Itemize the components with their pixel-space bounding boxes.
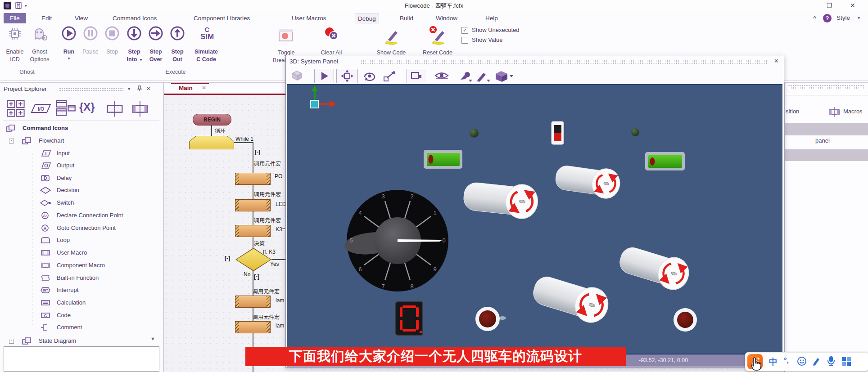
flow-collapse-3[interactable]: [-] bbox=[254, 273, 259, 280]
step-out-label2[interactable]: Out bbox=[166, 56, 189, 63]
macros-label[interactable]: Macros bbox=[843, 108, 863, 115]
ime-handwriting-icon[interactable] bbox=[811, 356, 822, 367]
flow-component-macro-node[interactable] bbox=[235, 225, 271, 237]
rocker-switch[interactable] bbox=[552, 121, 564, 144]
motor[interactable] bbox=[554, 162, 622, 200]
3d-panel-drag-dots[interactable] bbox=[361, 60, 768, 64]
pause-label[interactable]: Pause bbox=[79, 49, 102, 55]
3d-panel-close-icon[interactable]: ✕ bbox=[774, 58, 779, 64]
menu-debug[interactable]: Debug bbox=[355, 13, 379, 24]
ime-emoji-icon[interactable] bbox=[796, 356, 807, 367]
ghost-options-label2[interactable]: Options bbox=[25, 56, 54, 63]
explorer-grid-icon[interactable] bbox=[6, 99, 26, 117]
led-sphere[interactable] bbox=[470, 129, 479, 138]
list-row-selected[interactable] bbox=[785, 149, 868, 161]
enable-icd-icon[interactable] bbox=[7, 26, 23, 43]
restore-button[interactable]: ❐ bbox=[827, 2, 832, 9]
flow-component-macro-node[interactable] bbox=[235, 199, 271, 211]
ime-punctuation-toggle[interactable]: °, bbox=[784, 357, 789, 365]
list-row-selected[interactable] bbox=[785, 123, 868, 135]
stop-icon[interactable] bbox=[104, 25, 121, 42]
wheel[interactable] bbox=[475, 307, 506, 331]
menu-help[interactable]: Help bbox=[483, 13, 501, 23]
motor[interactable] bbox=[462, 179, 540, 220]
flow-collapse-2[interactable]: [-] bbox=[225, 255, 230, 261]
step-into-icon[interactable] bbox=[126, 25, 143, 42]
ribbon-collapse-icon[interactable]: ^ bbox=[813, 15, 816, 21]
reset-code-icon[interactable] bbox=[428, 25, 448, 45]
step-over-label1[interactable]: Step bbox=[145, 49, 167, 55]
explorer-macro-icon[interactable] bbox=[104, 100, 126, 118]
menu-command-icons[interactable]: Command Icons bbox=[110, 13, 159, 23]
explorer-variables-icon[interactable]: {X} bbox=[79, 101, 95, 113]
run-icon[interactable] bbox=[60, 25, 77, 42]
step-into-label1[interactable]: Step bbox=[123, 49, 145, 55]
led-sphere[interactable] bbox=[631, 128, 639, 136]
menu-edit[interactable]: Edit bbox=[39, 13, 54, 23]
3d-viewport[interactable]: 0 1 2 3 4 5 6 7 8 9 bbox=[287, 84, 782, 354]
flow-begin-node[interactable]: BEGIN bbox=[193, 114, 231, 125]
ime-lang-toggle[interactable]: 中 bbox=[769, 356, 778, 368]
enable-icd-label2[interactable]: ICD bbox=[1, 56, 28, 63]
3d-pan-button[interactable] bbox=[336, 69, 358, 83]
explorer-component-macro-icon[interactable] bbox=[130, 100, 151, 118]
3d-resize-icon[interactable] bbox=[382, 70, 398, 82]
ime-voice-icon[interactable] bbox=[826, 355, 836, 367]
stop-label[interactable]: Stop bbox=[102, 49, 122, 55]
toggle-breakpoint-icon[interactable] bbox=[278, 27, 294, 43]
ghost-options-label1[interactable]: Ghost bbox=[25, 49, 54, 55]
3d-world-cube-icon[interactable] bbox=[493, 69, 514, 82]
3d-snapshot-button[interactable] bbox=[407, 69, 427, 83]
explorer-io-icon[interactable]: I/O bbox=[30, 101, 52, 116]
menu-window[interactable]: Window bbox=[433, 13, 460, 23]
flow-while-node[interactable] bbox=[189, 136, 234, 149]
seven-segment-display[interactable] bbox=[396, 302, 423, 335]
3d-rotate-icon[interactable] bbox=[362, 70, 378, 82]
close-button[interactable]: ✕ bbox=[850, 2, 855, 9]
step-over-icon[interactable] bbox=[147, 25, 164, 42]
panel-drag-dots[interactable] bbox=[788, 85, 865, 89]
tab-main-close-icon[interactable]: ✕ bbox=[202, 85, 206, 91]
style-button[interactable]: Style bbox=[836, 14, 850, 21]
panel-drag-dots[interactable] bbox=[59, 88, 123, 92]
show-unexecuted-label[interactable]: Show Unexecuted bbox=[472, 27, 520, 33]
menu-file[interactable]: File bbox=[4, 13, 26, 23]
flow-collapse-1[interactable]: [-] bbox=[255, 149, 260, 155]
style-caret-icon[interactable]: ▾ bbox=[858, 15, 860, 20]
step-out-icon[interactable] bbox=[169, 25, 186, 42]
help-icon[interactable]: ? bbox=[823, 14, 832, 22]
battery-component[interactable] bbox=[645, 152, 685, 170]
pause-icon[interactable] bbox=[82, 25, 99, 42]
clear-all-breakpoints-icon[interactable] bbox=[322, 26, 340, 44]
flow-component-macro-node[interactable] bbox=[235, 173, 271, 185]
show-code-icon[interactable] bbox=[382, 26, 401, 45]
list-item-panel[interactable]: panel bbox=[815, 137, 830, 144]
enable-icd-label1[interactable]: Enable bbox=[1, 49, 28, 55]
panel-dropdown-icon[interactable]: ▾ bbox=[128, 86, 131, 92]
step-into-caret-icon[interactable]: ▾ bbox=[138, 57, 144, 62]
show-value-checkbox[interactable] bbox=[461, 37, 468, 44]
ghost-options-icon[interactable] bbox=[31, 26, 49, 44]
flow-component-macro-node[interactable] bbox=[235, 321, 271, 333]
menu-component-libraries[interactable]: Component Libraries bbox=[191, 13, 253, 23]
menu-build[interactable]: Build bbox=[397, 13, 416, 23]
menu-user-macros[interactable]: User Macros bbox=[289, 13, 329, 23]
3d-paint-icon[interactable] bbox=[475, 70, 491, 82]
simulate-label1[interactable]: Simulate bbox=[188, 49, 224, 55]
tree-scroll-down-icon[interactable]: ▼ bbox=[150, 336, 155, 341]
minimize-button[interactable]: — bbox=[804, 2, 810, 9]
step-out-label1[interactable]: Step bbox=[166, 49, 189, 55]
ime-toolbox-icon[interactable] bbox=[841, 356, 852, 367]
rotary-dial[interactable]: 0 1 2 3 4 5 6 7 8 9 bbox=[344, 190, 448, 291]
flow-component-macro-node[interactable] bbox=[235, 296, 271, 308]
motor[interactable] bbox=[529, 271, 612, 327]
motor[interactable] bbox=[616, 242, 692, 293]
3d-wrench-icon[interactable] bbox=[458, 70, 473, 82]
3d-eye-icon[interactable] bbox=[433, 70, 451, 82]
panel-close-icon[interactable]: ✕ bbox=[146, 85, 151, 92]
simulate-label2[interactable]: C Code bbox=[188, 56, 224, 63]
menu-view[interactable]: View bbox=[72, 13, 90, 23]
panel-pin-icon[interactable] bbox=[136, 85, 143, 92]
run-caret-icon[interactable]: ▾ bbox=[59, 56, 79, 61]
3d-select-button[interactable] bbox=[314, 69, 334, 83]
